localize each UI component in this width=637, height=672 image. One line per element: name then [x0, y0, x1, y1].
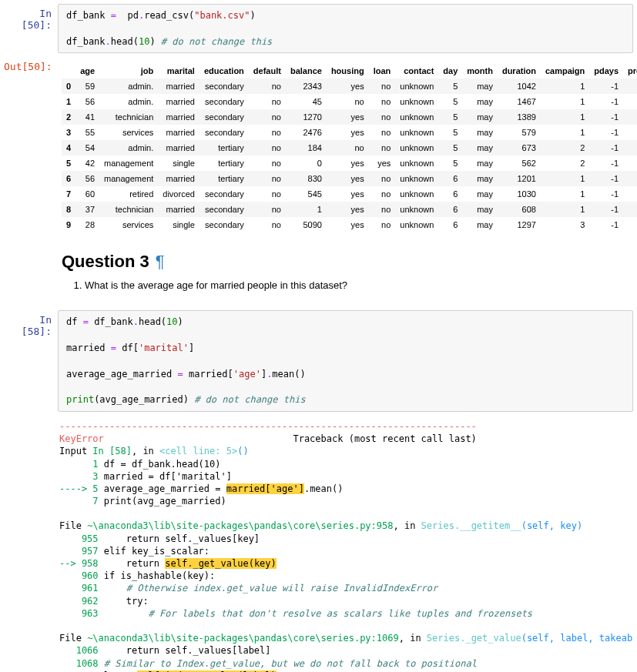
tb-highlight: self._get_value(key): [165, 558, 277, 569]
table-cell: unknown: [395, 202, 438, 217]
table-cell: no: [369, 217, 396, 232]
table-cell: 1: [541, 79, 589, 94]
tb-text: Series._get_value: [427, 633, 521, 644]
table-cell: services: [99, 125, 158, 140]
code-token: 'age': [233, 369, 261, 379]
table-cell: 1297: [498, 217, 541, 232]
table-cell: 4: [62, 140, 75, 155]
code-cell-2[interactable]: In [58]: df = df_bank.head(10) married =…: [4, 310, 633, 412]
table-header: job: [99, 63, 158, 79]
code-cell-1[interactable]: In [50]: df_bank = pd.read_csv("bank.csv…: [4, 4, 633, 53]
table-cell: 9: [62, 217, 75, 232]
table-cell: unknown: [395, 171, 438, 186]
table-cell: may: [462, 109, 498, 125]
table-cell: 42: [75, 155, 99, 171]
table-cell: 608: [498, 202, 541, 217]
table-cell: 54: [75, 140, 99, 155]
question-item: What is the average age for married peop…: [85, 279, 629, 291]
table-cell: married: [158, 94, 199, 109]
table-cell: 1201: [498, 171, 541, 186]
code-editor[interactable]: df = df_bank.head(10) married = df['mari…: [58, 310, 633, 412]
table-cell: services: [99, 217, 158, 232]
table-header: contact: [395, 63, 438, 79]
tb-text: (self, key): [521, 520, 582, 531]
table-cell: 41: [75, 109, 99, 125]
table-cell: 1: [62, 94, 75, 109]
code-token: mean(): [272, 369, 305, 379]
table-cell: 8: [62, 202, 75, 217]
tb-sep: ----------------------------------------…: [59, 421, 477, 432]
table-cell: 5: [62, 155, 75, 171]
table-cell: 0: [623, 109, 637, 125]
table-cell: -1: [589, 186, 623, 202]
table-cell: unknown: [395, 94, 438, 109]
table-cell: 55: [75, 125, 99, 140]
code-token: (avg_age_married): [94, 394, 194, 405]
table-cell: 0: [623, 202, 637, 217]
tb-text: return self._values[key]: [99, 533, 260, 544]
table-cell: yes: [327, 171, 369, 186]
table-cell: single: [158, 217, 199, 232]
table-cell: married: [158, 109, 199, 125]
code-token: .: [106, 36, 111, 47]
code-token: pd: [116, 10, 139, 21]
table-cell: 37: [75, 202, 99, 217]
table-row: 656managementmarriedtertiaryno830yesnoun…: [62, 171, 637, 186]
table-cell: 0: [623, 217, 637, 232]
table-cell: tertiary: [199, 171, 249, 186]
tb-text: ~\anaconda3\lib\site-packages\pandas\cor…: [87, 520, 393, 531]
table-cell: secondary: [199, 94, 249, 109]
table-cell: -1: [589, 140, 623, 155]
table-cell: no: [249, 94, 286, 109]
table-header: education: [199, 63, 249, 79]
table-cell: 56: [75, 94, 99, 109]
heading-text: Question 3: [62, 252, 149, 271]
table-cell: may: [462, 125, 498, 140]
table-cell: yes: [327, 79, 369, 94]
table-cell: secondary: [199, 186, 249, 202]
tb-text: married = df['marital']: [99, 471, 232, 482]
table-cell: admin.: [99, 79, 158, 94]
table-cell: no: [249, 171, 286, 186]
table-cell: no: [327, 140, 369, 155]
table-cell: 1270: [286, 109, 327, 125]
tb-text: , in: [399, 633, 427, 644]
table-cell: 5: [438, 140, 462, 155]
traceback: ----------------------------------------…: [58, 416, 633, 672]
table-cell: may: [462, 79, 498, 94]
table-cell: married: [158, 202, 199, 217]
tb-text: df = df_bank.head(10): [99, 459, 221, 470]
table-cell: 673: [498, 140, 541, 155]
table-header: [62, 63, 75, 79]
anchor-link[interactable]: ¶: [156, 252, 165, 271]
table-cell: unknown: [395, 155, 438, 171]
tb-lineno: 961: [59, 583, 99, 593]
tb-text: # Similar to Index.get_value, but we do …: [99, 658, 477, 669]
table-cell: married: [158, 79, 199, 94]
code-editor[interactable]: df_bank = pd.read_csv("bank.csv") df_ban…: [58, 4, 633, 53]
tb-lineno: 1: [59, 459, 99, 470]
table-cell: management: [99, 155, 158, 171]
table-cell: 45: [286, 94, 327, 109]
code-token: =: [111, 10, 116, 21]
table-cell: no: [249, 125, 286, 140]
tb-text: Series.__getitem__: [421, 520, 521, 531]
table-cell: 6: [438, 186, 462, 202]
tb-errname: KeyError: [59, 433, 104, 444]
markdown-cell[interactable]: Question 3¶ What is the average age for …: [4, 236, 633, 306]
table-header: duration: [498, 63, 541, 79]
table-cell: 0: [62, 79, 75, 94]
md-prompt: [4, 236, 58, 306]
table-header: housing: [327, 63, 369, 79]
table-row: 928servicessinglesecondaryno5090yesnounk…: [62, 217, 637, 232]
code-token: head(: [111, 36, 139, 47]
tb-text: elif key_is_scalar:: [99, 546, 210, 557]
tb-text: File: [59, 520, 87, 531]
table-header: balance: [286, 63, 327, 79]
table-header: day: [438, 63, 462, 79]
table-cell: yes: [327, 109, 369, 125]
table-cell: 28: [75, 217, 99, 232]
code-token: print: [66, 394, 94, 405]
tb-lineno: 955: [59, 533, 99, 544]
table-cell: 59: [75, 79, 99, 94]
